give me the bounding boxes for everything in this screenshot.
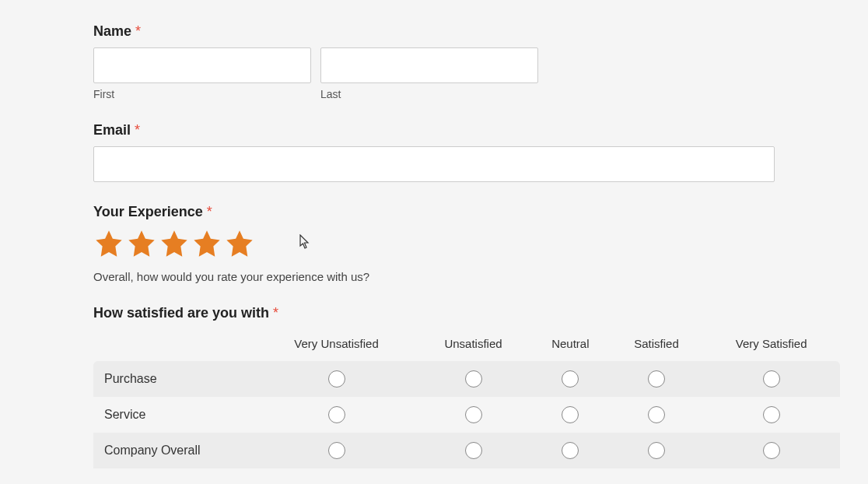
required-mark: * xyxy=(207,204,212,219)
star-rating xyxy=(93,228,775,259)
email-label-text: Email xyxy=(93,122,131,138)
required-mark: * xyxy=(135,122,140,138)
satisfaction-group: How satisfied are you with * Very Unsati… xyxy=(93,305,775,468)
satisfaction-radio[interactable] xyxy=(562,406,579,423)
first-name-sublabel: First xyxy=(93,88,311,100)
experience-group: Your Experience * Overall, how would you… xyxy=(93,204,775,283)
satisfaction-table: Very Unsatisfied Unsatisfied Neutral Sat… xyxy=(93,329,840,468)
satisfaction-radio[interactable] xyxy=(328,370,345,388)
satisfaction-radio[interactable] xyxy=(465,370,482,388)
name-label-text: Name xyxy=(93,23,131,39)
satisfaction-radio[interactable] xyxy=(328,406,345,423)
experience-label-text: Your Experience xyxy=(93,204,203,219)
table-row: Company Overall xyxy=(93,433,840,468)
satisfaction-radio[interactable] xyxy=(648,370,665,388)
satisfaction-radio[interactable] xyxy=(763,406,780,423)
satisfaction-radio[interactable] xyxy=(648,442,665,459)
satisfaction-label: How satisfied are you with * xyxy=(93,305,775,321)
first-name-field: First xyxy=(93,47,311,100)
table-row: Purchase xyxy=(93,361,840,397)
satisfaction-header: Neutral xyxy=(530,329,611,361)
email-input[interactable] xyxy=(93,146,775,182)
satisfaction-radio[interactable] xyxy=(763,370,780,388)
satisfaction-row-label: Purchase xyxy=(93,361,257,397)
last-name-field: Last xyxy=(320,47,538,100)
satisfaction-header: Very Satisfied xyxy=(702,329,840,361)
satisfaction-row-label: Company Overall xyxy=(93,433,257,468)
satisfaction-header: Unsatisfied xyxy=(416,329,530,361)
email-group: Email * xyxy=(93,122,775,182)
satisfaction-header-row: Very Unsatisfied Unsatisfied Neutral Sat… xyxy=(93,329,840,361)
satisfaction-row-label: Service xyxy=(93,397,257,433)
satisfaction-radio[interactable] xyxy=(328,442,345,459)
required-mark: * xyxy=(273,305,278,321)
star-icon[interactable] xyxy=(159,228,190,259)
star-icon[interactable] xyxy=(126,228,157,259)
satisfaction-radio[interactable] xyxy=(465,442,482,459)
satisfaction-header-empty xyxy=(93,329,257,361)
email-label: Email * xyxy=(93,122,775,139)
name-row: First Last xyxy=(93,47,775,100)
star-icon[interactable] xyxy=(93,228,124,259)
experience-label: Your Experience * xyxy=(93,204,775,220)
satisfaction-label-text: How satisfied are you with xyxy=(93,305,269,321)
satisfaction-radio[interactable] xyxy=(465,406,482,423)
first-name-input[interactable] xyxy=(93,47,311,83)
satisfaction-header: Very Unsatisfied xyxy=(257,329,416,361)
satisfaction-radio[interactable] xyxy=(763,442,780,459)
name-label: Name * xyxy=(93,23,775,40)
satisfaction-radio[interactable] xyxy=(648,406,665,423)
required-mark: * xyxy=(135,23,141,39)
last-name-sublabel: Last xyxy=(320,88,538,100)
satisfaction-header: Satisfied xyxy=(611,329,702,361)
satisfaction-radio[interactable] xyxy=(562,442,579,459)
satisfaction-radio[interactable] xyxy=(562,370,579,388)
last-name-input[interactable] xyxy=(320,47,538,83)
experience-description: Overall, how would you rate your experie… xyxy=(93,270,775,283)
name-group: Name * First Last xyxy=(93,23,775,100)
star-icon[interactable] xyxy=(191,228,222,259)
star-icon[interactable] xyxy=(224,228,255,259)
table-row: Service xyxy=(93,397,840,433)
